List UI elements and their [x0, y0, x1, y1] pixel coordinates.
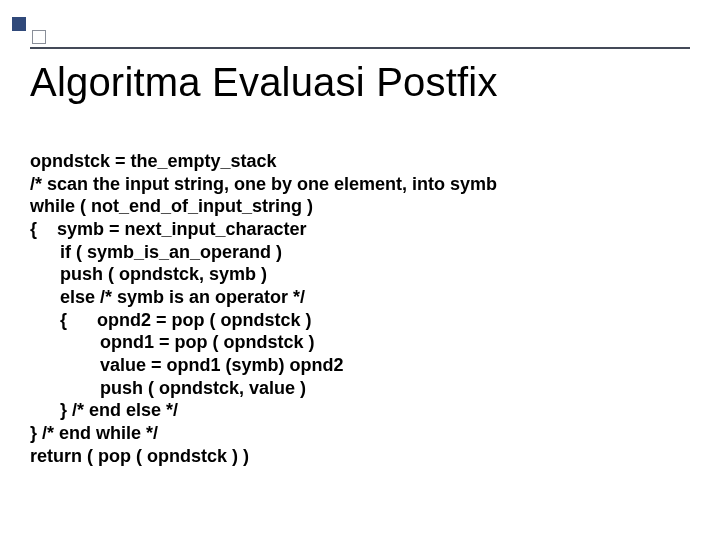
code-line: } /* end else */ [30, 400, 178, 420]
divider [30, 47, 690, 49]
code-line: push ( opndstck, symb ) [30, 264, 267, 284]
algorithm-body: opndstck = the_empty_stack /* scan the i… [30, 150, 690, 467]
slide: Algoritma Evaluasi Postfix opndstck = th… [0, 0, 720, 540]
code-line: { opnd2 = pop ( opndstck ) [30, 310, 312, 330]
code-line: while ( not_end_of_input_string ) [30, 196, 313, 216]
code-line: { symb = next_input_character [30, 219, 307, 239]
code-line: opndstck = the_empty_stack [30, 151, 277, 171]
code-line: /* scan the input string, one by one ele… [30, 174, 497, 194]
code-line: else /* symb is an operator */ [30, 287, 305, 307]
code-line: push ( opndstck, value ) [30, 378, 306, 398]
code-line: opnd1 = pop ( opndstck ) [30, 332, 315, 352]
code-line: return ( pop ( opndstck ) ) [30, 446, 249, 466]
code-line: if ( symb_is_an_operand ) [30, 242, 282, 262]
decor-square-outline-icon [32, 30, 46, 44]
decor-square-filled-icon [12, 17, 26, 31]
slide-title: Algoritma Evaluasi Postfix [30, 60, 498, 105]
code-line: value = opnd1 (symb) opnd2 [30, 355, 344, 375]
code-line: } /* end while */ [30, 423, 158, 443]
